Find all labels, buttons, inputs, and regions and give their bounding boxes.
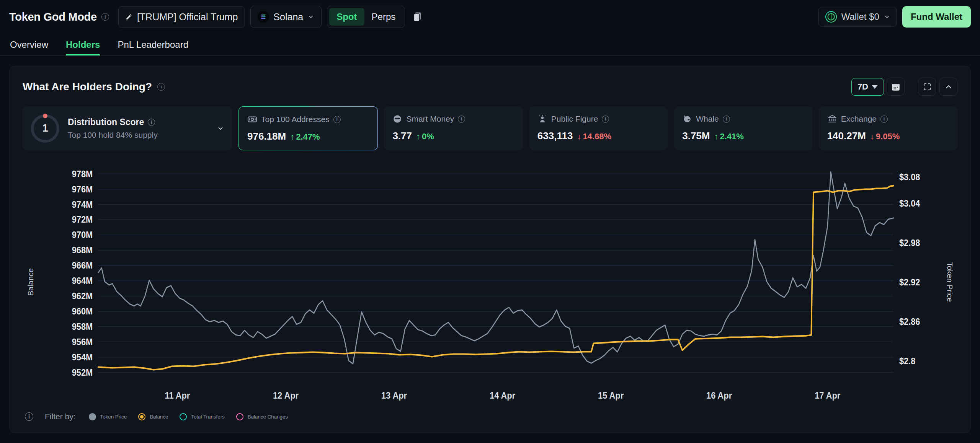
svg-text:952M: 952M xyxy=(72,367,93,377)
tab-perps[interactable]: Perps xyxy=(364,8,403,26)
balance-dot xyxy=(138,413,145,420)
token-price-dot xyxy=(89,413,96,420)
svg-text:14 Apr: 14 Apr xyxy=(490,390,515,401)
wallet-button[interactable]: Wallet $0 xyxy=(818,7,897,27)
chevron-down-icon xyxy=(884,13,890,20)
edit-pencil-icon xyxy=(126,13,132,20)
calendar-button[interactable] xyxy=(887,78,905,96)
info-icon[interactable] xyxy=(723,116,730,123)
stat-value: 140.27M xyxy=(827,130,866,142)
smart-money-icon xyxy=(392,114,402,124)
stat-value: 633,113 xyxy=(537,130,573,142)
info-icon[interactable] xyxy=(458,116,465,123)
svg-text:13 Apr: 13 Apr xyxy=(381,390,407,401)
svg-text:$2.8: $2.8 xyxy=(899,356,916,366)
market-type-tabs: Spot Perps xyxy=(327,6,405,28)
info-icon[interactable] xyxy=(101,13,109,21)
chain-selector-label: Solana xyxy=(273,11,303,23)
holders-chart: Balance 978M976M974M972M970M968M966M964M… xyxy=(23,158,957,406)
svg-text:$2.86: $2.86 xyxy=(899,316,920,327)
stat-delta: ↓9.05% xyxy=(870,132,900,142)
info-icon[interactable] xyxy=(602,116,609,123)
bank-icon xyxy=(827,114,837,124)
chart-legend: Filter by: Token Price Balance Total Tra… xyxy=(23,406,957,425)
whale-icon xyxy=(682,114,692,124)
chevron-up-icon xyxy=(944,82,953,91)
copy-icon[interactable] xyxy=(412,11,423,23)
stat-card-top-100-addresses[interactable]: Top 100 Addresses 976.18M ↑2.47% xyxy=(238,106,378,150)
tab-holders[interactable]: Holders xyxy=(66,34,100,55)
svg-text:$3.08: $3.08 xyxy=(899,172,920,182)
stat-card-exchange[interactable]: Exchange 140.27M ↓9.05% xyxy=(819,106,957,150)
info-icon[interactable] xyxy=(333,116,341,123)
range-label: 7D xyxy=(858,82,868,92)
info-icon[interactable] xyxy=(25,412,33,421)
svg-text:972M: 972M xyxy=(72,214,93,225)
holder-stats-row: 1 Distribution Score Top 100 hold 84% su… xyxy=(23,106,957,150)
tab-pnl-leaderboard[interactable]: PnL Leaderboard xyxy=(118,34,188,55)
right-axis-title: Token Price xyxy=(941,158,957,406)
svg-text:$3.04: $3.04 xyxy=(899,198,920,208)
svg-text:$2.92: $2.92 xyxy=(899,277,920,287)
page-tabs: Overview Holders PnL Leaderboard xyxy=(0,34,980,56)
svg-text:954M: 954M xyxy=(72,352,93,362)
svg-text:16 Apr: 16 Apr xyxy=(706,390,732,401)
svg-text:12 Apr: 12 Apr xyxy=(273,390,299,401)
chevron-down-icon xyxy=(217,125,224,132)
topbar: Token God Mode [TRUMP] Official Trump So… xyxy=(0,0,980,34)
token-selector-label: [TRUMP] Official Trump xyxy=(137,11,238,23)
svg-text:970M: 970M xyxy=(72,230,93,240)
svg-text:960M: 960M xyxy=(72,306,93,316)
stat-value: 3.75M xyxy=(682,130,710,142)
tab-overview[interactable]: Overview xyxy=(10,34,48,55)
distribution-score-value: 1 xyxy=(42,122,48,134)
fullscreen-icon xyxy=(923,82,932,91)
fullscreen-button[interactable] xyxy=(918,78,936,96)
svg-text:$2.98: $2.98 xyxy=(899,238,920,248)
legend-item-token-price[interactable]: Token Price xyxy=(89,413,127,420)
svg-text:962M: 962M xyxy=(72,291,93,301)
chevron-down-icon xyxy=(307,13,314,20)
total-transfers-dot xyxy=(180,413,187,420)
svg-text:978M: 978M xyxy=(72,169,93,179)
solana-icon xyxy=(258,11,269,23)
svg-text:966M: 966M xyxy=(72,260,93,270)
stat-value: 3.77 xyxy=(392,130,412,142)
info-icon[interactable] xyxy=(880,116,888,123)
left-axis-title: Balance xyxy=(23,158,39,406)
tab-spot[interactable]: Spot xyxy=(329,8,364,26)
distribution-score-card[interactable]: 1 Distribution Score Top 100 hold 84% su… xyxy=(23,106,232,150)
page-title: Token God Mode xyxy=(9,11,97,23)
collapse-button[interactable] xyxy=(939,78,957,96)
legend-label: Filter by: xyxy=(45,412,76,421)
legend-item-balance-changes[interactable]: Balance Changes xyxy=(236,413,288,420)
wallet-balance-label: Wallet $0 xyxy=(841,11,879,22)
holders-panel: What Are Holders Doing? 7D xyxy=(9,66,971,433)
distribution-score-subtitle: Top 100 hold 84% supply xyxy=(68,130,209,140)
stat-card-public-figure[interactable]: Public Figure 633,113 ↓14.68% xyxy=(529,106,668,150)
stat-card-whale[interactable]: Whale 3.75M ↑2.41% xyxy=(674,106,812,150)
svg-text:968M: 968M xyxy=(72,245,93,255)
range-dropdown[interactable]: 7D xyxy=(851,78,884,96)
token-selector[interactable]: [TRUMP] Official Trump xyxy=(118,6,245,28)
svg-text:976M: 976M xyxy=(72,184,93,194)
svg-text:964M: 964M xyxy=(72,275,93,286)
svg-text:11 Apr: 11 Apr xyxy=(165,390,190,401)
stat-delta: ↑2.47% xyxy=(290,132,320,142)
public-figure-icon xyxy=(537,114,547,124)
money-icon xyxy=(247,114,257,124)
chain-selector[interactable]: Solana xyxy=(250,6,322,28)
fund-wallet-button[interactable]: Fund Wallet xyxy=(902,6,971,28)
balance-changes-dot xyxy=(236,413,243,420)
legend-item-balance[interactable]: Balance xyxy=(138,413,168,420)
stat-card-smart-money[interactable]: Smart Money 3.77 ↑0% xyxy=(384,106,523,150)
chevron-down-icon xyxy=(872,85,878,89)
holders-chart-svg[interactable]: 978M976M974M972M970M968M966M964M962M960M… xyxy=(39,158,941,406)
legend-item-total-transfers[interactable]: Total Transfers xyxy=(180,413,224,420)
info-icon[interactable] xyxy=(157,83,165,91)
svg-text:17 Apr: 17 Apr xyxy=(815,390,840,401)
distribution-score-title: Distribution Score xyxy=(68,117,144,127)
info-icon[interactable] xyxy=(148,119,155,126)
stat-value: 976.18M xyxy=(247,130,286,142)
svg-text:974M: 974M xyxy=(72,199,93,209)
